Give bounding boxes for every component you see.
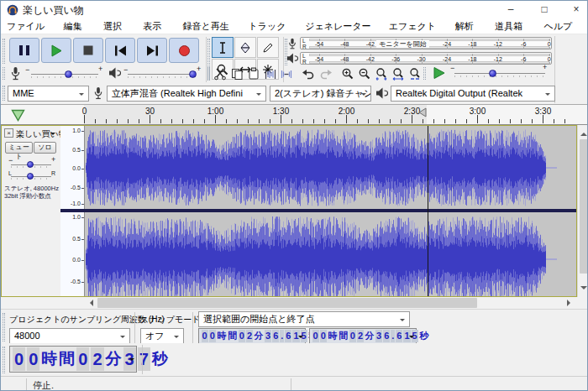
time-digit[interactable]: . xyxy=(280,330,284,342)
solo-button[interactable]: ソロ xyxy=(34,142,56,154)
time-digit[interactable]: . xyxy=(391,330,395,342)
menu-item[interactable]: 解析(A) xyxy=(449,19,489,34)
menu-item[interactable]: 編集(E) xyxy=(58,19,97,34)
menu-item[interactable]: ジェネレーター(G) xyxy=(299,19,383,34)
play-at-speed-button[interactable] xyxy=(430,65,447,81)
playback-device-dropdown[interactable]: Realtek Digital Output (Realtek xyxy=(391,86,555,102)
timeline-ruler[interactable]: 0301:001:302:002:303:003:30 xyxy=(1,105,587,125)
menu-item[interactable]: ヘルプ(H) xyxy=(538,19,587,34)
time-digit[interactable]: 時 xyxy=(216,330,227,342)
time-digit[interactable]: 0 xyxy=(13,347,25,371)
playback-meter[interactable]: L R -54-48-42-36-30-24-18-12-60 xyxy=(300,52,552,65)
play-speed-slider[interactable] xyxy=(454,73,545,74)
vertical-ruler-ch1[interactable]: 1.00.50.0-0.5-1.0 xyxy=(60,126,85,209)
selection-start-field[interactable]: 00時間02分36.615秒 xyxy=(198,328,306,344)
gain-thumb[interactable] xyxy=(27,161,34,168)
time-digit[interactable]: 0 xyxy=(209,330,216,342)
menu-item[interactable]: ファイル(F) xyxy=(1,19,58,34)
time-digit[interactable]: 0 xyxy=(239,330,245,342)
minimize-button[interactable]: – xyxy=(495,1,527,19)
cut-button[interactable] xyxy=(213,66,228,81)
audio-position-field[interactable]: 00時間02分37秒 xyxy=(9,346,137,373)
selection-end-field[interactable]: 00時間02分36.615秒 xyxy=(309,328,417,344)
playhead-marker-icon[interactable] xyxy=(418,107,427,117)
audio-host-dropdown[interactable]: MME xyxy=(8,86,89,102)
record-device-dropdown[interactable]: 立体声混音 (Realtek High Defini xyxy=(107,86,266,102)
pan-thumb[interactable] xyxy=(27,173,34,180)
menu-item[interactable]: 選択(S) xyxy=(97,19,137,34)
playback-meter-speaker-icon[interactable] xyxy=(286,53,298,64)
horizontal-scrollbar[interactable] xyxy=(1,297,588,309)
time-digit[interactable]: 0 xyxy=(202,330,208,342)
track-name[interactable]: 楽しい買い物 xyxy=(16,128,67,140)
record-meter[interactable]: L R -54-48-42-36-30-24-18-12-60モニターを開始 xyxy=(300,37,552,50)
time-digit[interactable]: 0 xyxy=(27,347,39,371)
selection-toolbar-grip[interactable] xyxy=(3,313,5,341)
time-digit[interactable]: 6 xyxy=(285,330,291,342)
silence-audio-button[interactable] xyxy=(279,66,294,81)
time-digit[interactable]: 0 xyxy=(320,330,327,342)
menu-item[interactable]: トラック(T) xyxy=(243,19,300,34)
undo-button[interactable] xyxy=(301,66,316,81)
zoom-out-button[interactable] xyxy=(357,66,372,81)
menu-item[interactable]: エフェクト(C) xyxy=(383,19,449,34)
redo-button[interactable] xyxy=(318,66,333,81)
time-digit[interactable]: 7 xyxy=(138,347,150,371)
zoom-toggle-button[interactable] xyxy=(407,66,423,81)
record-meter-mic-icon[interactable] xyxy=(287,38,297,50)
time-digit[interactable]: 2 xyxy=(357,330,364,342)
draw-tool-button[interactable] xyxy=(257,37,279,58)
skip-end-button[interactable] xyxy=(137,38,167,63)
time-digit[interactable]: 3 xyxy=(265,330,271,342)
stop-button[interactable] xyxy=(73,38,103,63)
mute-button[interactable]: ミュート xyxy=(5,142,33,154)
time-digit[interactable]: 0 xyxy=(312,330,319,342)
time-digit[interactable]: 間 xyxy=(227,330,238,342)
time-digit[interactable]: 間 xyxy=(58,348,76,370)
copy-button[interactable] xyxy=(229,66,244,81)
maximize-button[interactable]: □ xyxy=(528,1,560,19)
time-digit[interactable]: 2 xyxy=(91,347,103,371)
fit-selection-button[interactable] xyxy=(374,66,389,81)
time-digit[interactable]: 時 xyxy=(327,330,338,342)
envelope-tool-button[interactable] xyxy=(234,37,256,58)
vertical-ruler-ch2[interactable]: 1.00.50.0-0.5 xyxy=(60,212,85,297)
mixer-grip[interactable] xyxy=(3,67,5,80)
time-digit[interactable]: 分 xyxy=(365,330,375,342)
vertical-scrollbar[interactable] xyxy=(577,125,588,297)
track-close-button[interactable]: × xyxy=(4,128,13,138)
scroll-right-icon[interactable] xyxy=(567,300,574,306)
scroll-left-icon[interactable] xyxy=(87,300,93,306)
snap-mode-dropdown[interactable]: オフ xyxy=(140,328,184,344)
menu-item[interactable]: 道具箱(O) xyxy=(489,19,538,34)
device-grip[interactable] xyxy=(3,86,5,101)
trim-audio-button[interactable] xyxy=(263,66,278,81)
monitor-start-text[interactable]: モニターを開始 xyxy=(376,40,429,48)
speaker-volume-slider[interactable] xyxy=(128,74,195,75)
transport-grip[interactable] xyxy=(3,39,5,64)
close-button[interactable]: × xyxy=(560,1,588,19)
record-channels-dropdown[interactable]: 2(ステレオ) 録音チャンネル xyxy=(270,86,371,102)
record-button[interactable] xyxy=(169,38,199,63)
pause-button[interactable] xyxy=(9,38,39,63)
scroll-up-icon[interactable] xyxy=(580,129,587,136)
menu-item[interactable]: 表示(V) xyxy=(137,19,176,34)
time-digit[interactable]: 6 xyxy=(383,330,390,342)
time-toolbar-grip[interactable] xyxy=(3,347,5,373)
edit-grip[interactable] xyxy=(207,67,210,80)
time-digit[interactable]: 秒 xyxy=(418,330,429,342)
play-button[interactable] xyxy=(41,38,71,63)
selection-range-mode-dropdown[interactable]: 選択範囲の開始点と終了点 xyxy=(198,311,410,327)
sample-rate-dropdown[interactable]: 48000 xyxy=(9,328,130,344)
horizontal-scrollbar-thumb[interactable] xyxy=(97,298,477,308)
playspeed-grip[interactable] xyxy=(423,67,426,80)
time-digit[interactable]: 6 xyxy=(396,330,402,342)
time-digit[interactable]: 分 xyxy=(254,330,265,342)
play-speed-thumb[interactable] xyxy=(489,70,496,77)
time-digit[interactable]: 時 xyxy=(40,348,58,370)
zoom-in-button[interactable] xyxy=(340,66,355,81)
track-menu-arrow-icon[interactable] xyxy=(50,133,55,138)
time-digit[interactable]: 0 xyxy=(349,330,356,342)
scroll-down-icon[interactable] xyxy=(580,286,587,293)
selection-tool-button[interactable] xyxy=(212,37,234,58)
